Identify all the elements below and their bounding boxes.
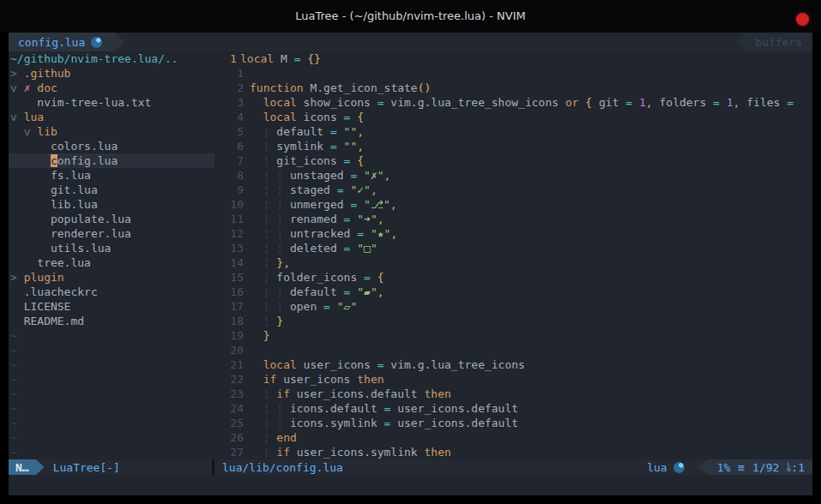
- tab-config-lua[interactable]: config.lua: [9, 33, 124, 51]
- tree-item[interactable]: config.lua: [9, 153, 214, 168]
- empty-line-tilde: ~: [9, 357, 214, 372]
- code-line[interactable]: 5 ¦ default = "",: [214, 124, 812, 139]
- code-line[interactable]: 6 ¦ symlink = "",: [214, 139, 812, 153]
- line-number-icon: LN: [787, 462, 790, 472]
- column-position: LN :1: [787, 461, 805, 474]
- column-value: :1: [791, 461, 805, 474]
- line-number: 10: [214, 197, 250, 212]
- code-line[interactable]: 8 ¦ ¦ unstaged = "✗",: [214, 168, 812, 183]
- tree-item[interactable]: nvim-tree-lua.txt: [9, 95, 214, 110]
- line-number: 20: [214, 343, 250, 357]
- code-text: ¦ git_icons = {: [250, 153, 364, 168]
- code-line[interactable]: 10 ¦ ¦ unmerged = "⎇",: [214, 197, 812, 212]
- code-buffer: 1local M = {}12function M.get_icon_state…: [214, 51, 812, 459]
- line-number: 15: [214, 270, 250, 285]
- line-number: 26: [214, 430, 250, 445]
- line-number: 8: [214, 168, 250, 183]
- tree-item[interactable]: ~/github/nvim-tree.lua/..: [9, 51, 214, 66]
- line-number: 21: [214, 357, 250, 372]
- line-number: 24: [214, 401, 250, 416]
- empty-line-tilde: ~: [9, 372, 214, 387]
- code-line[interactable]: 21 local user_icons = vim.g.lua_tree_ico…: [214, 357, 812, 372]
- code-line[interactable]: 25 ¦ ¦ icons.symlink = user_icons.defaul…: [214, 416, 812, 430]
- empty-line-tilde: ~: [9, 343, 214, 357]
- tree-item[interactable]: v lib: [9, 124, 214, 139]
- close-button[interactable]: [796, 13, 809, 26]
- code-text: ¦ ¦ renamed = "➜",: [250, 212, 384, 226]
- code-text: function M.get_icon_state(): [250, 81, 431, 95]
- empty-line-tilde: ~: [9, 401, 214, 416]
- window-title: LuaTree - (~/github/nvim-tree.lua) - NVI…: [0, 0, 821, 33]
- tree-item[interactable]: tree.lua: [9, 255, 214, 270]
- code-line[interactable]: 9 ¦ ¦ staged = "✓",: [214, 183, 812, 197]
- code-line[interactable]: 18 ¦ }: [214, 314, 812, 328]
- code-line[interactable]: 11 ¦ ¦ renamed = "➜",: [214, 212, 812, 226]
- code-line[interactable]: 20: [214, 343, 812, 357]
- code-text: ¦ folder_icons = {: [250, 270, 384, 285]
- terminal-content: config.lua buffers ~/github/nvim-tree.lu…: [9, 33, 812, 495]
- code-text: ¦ },: [250, 255, 290, 270]
- code-line[interactable]: 23 ¦ if user_icons.default then: [214, 387, 812, 401]
- empty-line-tilde: ~: [9, 430, 214, 445]
- code-line[interactable]: 2function M.get_icon_state(): [214, 81, 812, 95]
- code-line[interactable]: 22 if user_icons then: [214, 372, 812, 387]
- code-line[interactable]: 1: [214, 66, 812, 81]
- line-number: 27: [214, 445, 250, 459]
- tree-item[interactable]: populate.lua: [9, 212, 214, 226]
- code-text: ¦ ¦ unmerged = "⎇",: [250, 197, 397, 212]
- code-line[interactable]: 1local M = {}: [214, 51, 812, 66]
- line-position: 1/92: [752, 461, 779, 474]
- buffers-label: buffers: [755, 36, 802, 49]
- statusline-right-cluster: lua 1% ≡ 1/92 LN :1: [647, 459, 812, 475]
- tree-item[interactable]: > plugin: [9, 270, 214, 285]
- empty-line-tilde: ~: [9, 445, 214, 459]
- tree-item[interactable]: colors.lua: [9, 139, 214, 153]
- command-line[interactable]: [9, 475, 812, 495]
- line-number: 14: [214, 255, 250, 270]
- lua-moon-icon: [673, 462, 685, 473]
- code-line[interactable]: 17 ¦ ¦ open = "▱": [214, 299, 812, 314]
- line-number: 16: [214, 285, 250, 299]
- code-line[interactable]: 27 ¦ if user_icons.symlink then: [214, 445, 812, 459]
- code-text: ¦ ¦ unstaged = "✗",: [250, 168, 390, 183]
- code-text: ¦ ¦ icons.symlink = user_icons.default: [250, 416, 518, 430]
- tree-item[interactable]: v ✗ doc: [9, 81, 214, 95]
- code-line[interactable]: 13 ¦ ¦ deleted = "□": [214, 241, 812, 255]
- code-text: }: [250, 328, 269, 343]
- code-line[interactable]: 26 ¦ end: [214, 430, 812, 445]
- line-number: 6: [214, 139, 250, 153]
- line-number: 23: [214, 387, 250, 401]
- code-text: ¦ ¦ icons.default = user_icons.default: [250, 401, 518, 416]
- tree-item[interactable]: fs.lua: [9, 168, 214, 183]
- editor-area: ~/github/nvim-tree.lua/..> .githubv ✗ do…: [9, 51, 812, 459]
- tree-item[interactable]: LICENSE: [9, 299, 214, 314]
- code-line[interactable]: 3 local show_icons = vim.g.lua_tree_show…: [214, 95, 812, 110]
- tree-item[interactable]: .luacheckrc: [9, 285, 214, 299]
- tree-item[interactable]: v lua: [9, 110, 214, 124]
- tree-item[interactable]: renderer.lua: [9, 226, 214, 241]
- code-line[interactable]: 12 ¦ ¦ untracked = "★",: [214, 226, 812, 241]
- lua-moon-icon: [91, 37, 102, 48]
- code-line[interactable]: 14 ¦ },: [214, 255, 812, 270]
- tree-item[interactable]: README.md: [9, 314, 214, 328]
- code-line[interactable]: 15 ¦ folder_icons = {: [214, 270, 812, 285]
- code-line[interactable]: 19 }: [214, 328, 812, 343]
- code-text: ¦ if user_icons.symlink then: [250, 445, 451, 459]
- buffers-tab[interactable]: buffers: [734, 33, 812, 51]
- lines-icon: ≡: [738, 461, 745, 474]
- tree-item[interactable]: git.lua: [9, 183, 214, 197]
- code-line[interactable]: 7 ¦ git_icons = {: [214, 153, 812, 168]
- code-line[interactable]: 16 ¦ ¦ default = "▰",: [214, 285, 812, 299]
- code-line[interactable]: 4 local icons = {: [214, 110, 812, 124]
- tree-item[interactable]: > .github: [9, 66, 214, 81]
- line-number: 22: [214, 372, 250, 387]
- statusline-file-segment: lua/lib/config.lua lua 1% ≡ 1/92 LN :1: [214, 459, 812, 475]
- tree-item[interactable]: lib.lua: [9, 197, 214, 212]
- code-text: ¦ ¦ staged = "✓",: [250, 183, 377, 197]
- code-line[interactable]: 24 ¦ ¦ icons.default = user_icons.defaul…: [214, 401, 812, 416]
- line-number: 19: [214, 328, 250, 343]
- line-number: 9: [214, 183, 250, 197]
- line-number: 17: [214, 299, 250, 314]
- tree-item[interactable]: utils.lua: [9, 241, 214, 255]
- mode-indicator: N…: [9, 459, 45, 475]
